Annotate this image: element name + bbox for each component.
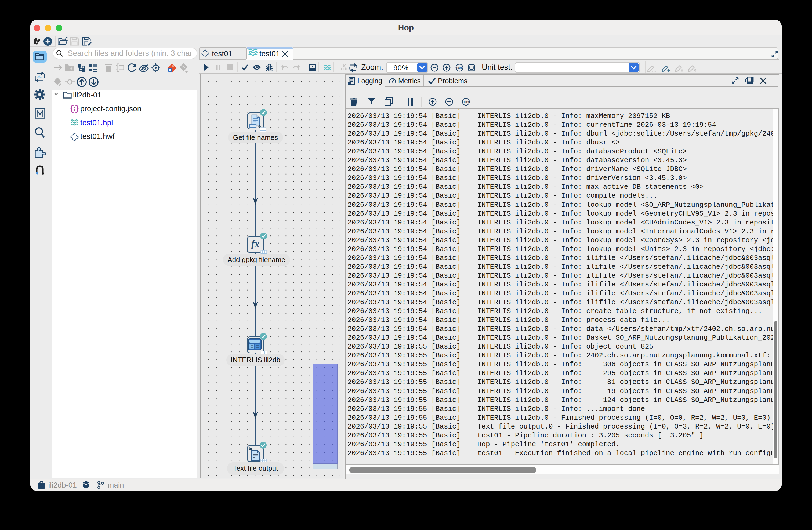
svg-text:LOG: LOG: [347, 83, 351, 84]
svg-text:100%: 100%: [456, 66, 463, 70]
svg-text:100%: 100%: [462, 100, 470, 104]
